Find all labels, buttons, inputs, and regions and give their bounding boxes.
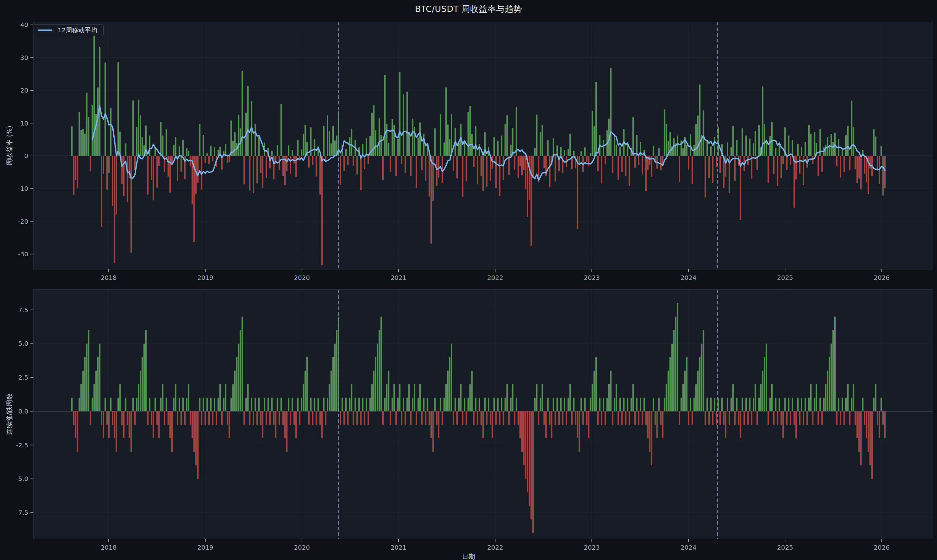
svg-text:2026: 2026 bbox=[874, 274, 889, 282]
svg-text:20: 20 bbox=[20, 86, 28, 94]
svg-text:2024: 2024 bbox=[681, 274, 697, 282]
svg-text:2018: 2018 bbox=[101, 544, 117, 551]
svg-text:30: 30 bbox=[20, 54, 28, 62]
svg-text:2021: 2021 bbox=[390, 274, 407, 282]
svg-text:2018: 2018 bbox=[101, 274, 117, 282]
svg-text:2025: 2025 bbox=[777, 274, 793, 282]
svg-text:2022: 2022 bbox=[487, 544, 503, 551]
returns-and-streak-chart: 403020100-10-20-302018201920202021202220… bbox=[0, 0, 937, 560]
returns-y-axis-label: 周收益率 (%) bbox=[5, 126, 14, 165]
x-axis-label: 日期 bbox=[0, 552, 937, 560]
svg-text:-5.0: -5.0 bbox=[16, 475, 28, 483]
svg-text:2024: 2024 bbox=[681, 544, 697, 551]
svg-text:2020: 2020 bbox=[294, 274, 310, 282]
legend-label: 12周移动平均 bbox=[58, 26, 97, 34]
legend: 12周移动平均 bbox=[34, 25, 103, 36]
svg-text:-7.5: -7.5 bbox=[16, 509, 28, 516]
svg-text:-10: -10 bbox=[18, 185, 28, 192]
svg-text:10: 10 bbox=[20, 120, 28, 127]
svg-text:0.0: 0.0 bbox=[18, 408, 28, 415]
svg-text:-30: -30 bbox=[18, 250, 28, 258]
svg-text:-2.5: -2.5 bbox=[16, 442, 28, 449]
svg-text:2023: 2023 bbox=[584, 274, 600, 282]
svg-text:7.5: 7.5 bbox=[18, 306, 28, 314]
svg-text:2019: 2019 bbox=[197, 544, 213, 551]
svg-text:40: 40 bbox=[20, 21, 28, 29]
svg-text:2023: 2023 bbox=[584, 544, 600, 551]
svg-text:2.5: 2.5 bbox=[18, 374, 28, 381]
svg-text:2025: 2025 bbox=[777, 544, 793, 551]
svg-text:2019: 2019 bbox=[197, 274, 213, 282]
svg-text:2020: 2020 bbox=[294, 544, 310, 551]
svg-text:0: 0 bbox=[24, 152, 28, 160]
ma-line-swatch-icon bbox=[38, 29, 52, 31]
svg-text:5.0: 5.0 bbox=[18, 340, 28, 347]
figure: { "title": "BTC/USDT 周收益率与趋势", "colors":… bbox=[0, 0, 937, 560]
svg-text:2022: 2022 bbox=[487, 274, 503, 282]
streak-y-axis-label: 连续涨/跌周数 bbox=[5, 393, 14, 435]
svg-text:-20: -20 bbox=[18, 218, 28, 225]
svg-text:2021: 2021 bbox=[390, 544, 407, 551]
svg-text:2026: 2026 bbox=[874, 544, 889, 551]
